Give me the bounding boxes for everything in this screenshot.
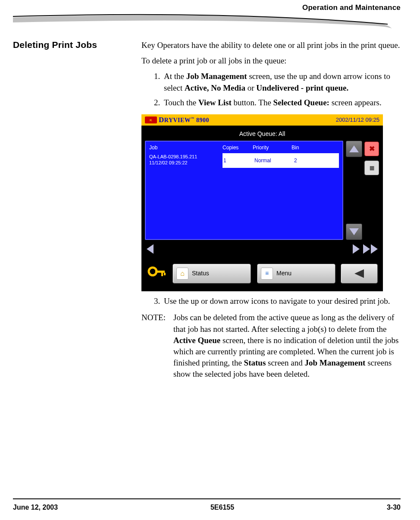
svg-rect-2 bbox=[161, 273, 163, 276]
note-text1: Jobs can be deleted from the active queu… bbox=[173, 313, 394, 333]
x-icon: ✖ bbox=[369, 144, 375, 154]
screenshot-titlebar: K DRYVIEW™ 8900 2002/11/12 09:25 bbox=[141, 114, 383, 126]
scroll-down-button[interactable] bbox=[346, 224, 362, 240]
footer-docnum: 5E6155 bbox=[210, 504, 234, 511]
screenshot-timestamp: 2002/11/12 09:25 bbox=[336, 116, 379, 124]
running-head: Operation and Maintenance bbox=[13, 0, 401, 14]
cell-priority: Normal bbox=[254, 153, 293, 168]
brand-tm: ™ bbox=[191, 117, 194, 121]
list-icon: ≡ bbox=[261, 268, 273, 280]
queue-table: Job Copies Priority Bin QA-LAB-0298.195.… bbox=[145, 141, 343, 240]
page-end-button[interactable] bbox=[363, 244, 378, 254]
th-copies: Copies bbox=[223, 144, 253, 151]
status-button[interactable]: ⌂ Status bbox=[172, 264, 251, 284]
step2-bold1: View List bbox=[198, 98, 232, 107]
table-row[interactable]: QA-LAB-0298.195.211 11/12/02 09:25:22 1 … bbox=[149, 153, 339, 168]
chevron-left-icon bbox=[147, 244, 154, 254]
note-body: Jobs can be deleted from the active queu… bbox=[173, 312, 401, 380]
status-button-label: Status bbox=[192, 269, 209, 277]
table-header: Job Copies Priority Bin bbox=[149, 144, 339, 151]
step2-text2: button. The bbox=[232, 98, 273, 107]
arrow-left-icon bbox=[354, 269, 364, 278]
intro-paragraph-2: To delete a print job or all jobs in the… bbox=[141, 55, 401, 66]
step2-text: Touch the bbox=[164, 98, 198, 107]
double-chevron-right-icon-2 bbox=[371, 244, 378, 254]
svg-rect-1 bbox=[155, 271, 165, 273]
image-button[interactable]: ▦ bbox=[364, 161, 379, 175]
chevron-down-icon bbox=[349, 228, 359, 235]
back-button[interactable] bbox=[341, 264, 378, 284]
step1-text: At the bbox=[164, 72, 186, 81]
th-priority: Priority bbox=[253, 144, 291, 151]
cell-job-line1: QA-LAB-0298.195.211 bbox=[149, 154, 223, 160]
screen-title: Active Queue: All bbox=[145, 130, 379, 138]
footer-pagenum: 3-30 bbox=[387, 504, 401, 511]
note-label: NOTE: bbox=[141, 312, 166, 380]
brand-rest: RYVIEW bbox=[164, 117, 191, 123]
cell-bin: 2 bbox=[293, 153, 320, 168]
kodak-chip-icon: K bbox=[145, 117, 157, 123]
th-bin: Bin bbox=[291, 144, 317, 151]
chevron-right-icon bbox=[353, 244, 360, 254]
step-1: At the Job Management screen, use the up… bbox=[162, 71, 401, 93]
delete-button[interactable]: ✖ bbox=[364, 142, 379, 156]
embedded-screenshot: K DRYVIEW™ 8900 2002/11/12 09:25 Active … bbox=[141, 114, 383, 291]
brand-model: 8900 bbox=[196, 117, 209, 123]
key-icon bbox=[147, 265, 167, 282]
cell-job-line2: 11/12/02 09:25:22 bbox=[149, 160, 223, 166]
chevron-up-icon bbox=[349, 145, 359, 152]
step2-bold2: Selected Queue: bbox=[273, 98, 329, 107]
cell-copies: 1 bbox=[223, 153, 254, 168]
page-right-button[interactable] bbox=[353, 244, 360, 254]
page-footer: June 12, 2003 5E6155 3-30 bbox=[13, 498, 401, 520]
menu-button[interactable]: ≡ Menu bbox=[257, 264, 335, 284]
intro-paragraph-1: Key Operators have the ability to delete… bbox=[141, 40, 401, 51]
image-icon: ▦ bbox=[370, 164, 374, 172]
page-left-button[interactable] bbox=[147, 244, 154, 254]
th-job: Job bbox=[149, 144, 223, 151]
brand-logo: K DRYVIEW™ 8900 bbox=[145, 115, 209, 125]
scroll-up-button[interactable] bbox=[346, 141, 362, 157]
header-swoosh bbox=[13, 14, 401, 31]
home-icon: ⌂ bbox=[176, 268, 188, 280]
note-bold2: Status bbox=[244, 358, 266, 367]
step2-text3: screen appears. bbox=[329, 98, 382, 107]
step1-text3: or bbox=[245, 83, 256, 92]
note-bold3: Job Management bbox=[305, 358, 366, 367]
cell-job: QA-LAB-0298.195.211 11/12/02 09:25:22 bbox=[149, 153, 223, 168]
step1-bold3: Undelivered - print queue. bbox=[256, 83, 348, 92]
brand-d: D bbox=[159, 116, 164, 124]
step1-bold2: Active, No Media bbox=[185, 83, 245, 92]
menu-button-label: Menu bbox=[276, 269, 291, 277]
section-title: Deleting Print Jobs bbox=[13, 40, 129, 50]
svg-rect-3 bbox=[164, 273, 166, 275]
double-chevron-right-icon bbox=[363, 244, 370, 254]
footer-date: June 12, 2003 bbox=[13, 504, 58, 511]
step-3: Use the up or down arrow icons to naviga… bbox=[162, 296, 401, 307]
note-block: NOTE: Jobs can be deleted from the activ… bbox=[141, 312, 401, 380]
note-bold1: Active Queue bbox=[173, 336, 220, 345]
step1-bold1: Job Management bbox=[186, 72, 247, 81]
step-2: Touch the View List button. The Selected… bbox=[162, 97, 401, 108]
note-text3: screen and bbox=[266, 358, 304, 367]
